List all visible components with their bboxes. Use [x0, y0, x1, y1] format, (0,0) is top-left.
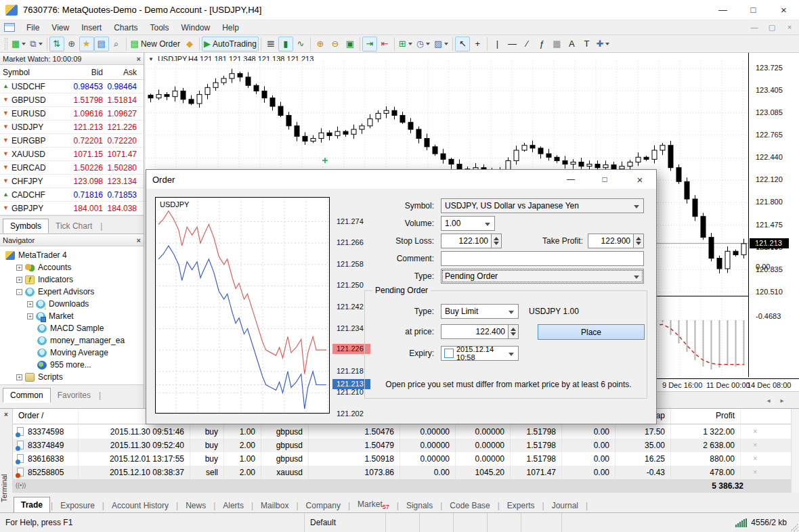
maximize-button[interactable]: □	[738, 0, 769, 20]
terminal-tab-company[interactable]: Company	[299, 498, 347, 513]
auto-scroll-button[interactable]: ⇥	[362, 37, 377, 51]
chart-shift-button[interactable]: ⇤	[377, 37, 392, 51]
minimize-button[interactable]: —	[708, 0, 738, 20]
dialog-minimize-button[interactable]: —	[559, 170, 582, 189]
close-position-icon[interactable]: ×	[753, 454, 757, 462]
scroll-right-icon[interactable]: ▸	[777, 395, 787, 405]
grid-button[interactable]: ▦	[549, 37, 564, 51]
navigator-item-market[interactable]: +Market	[0, 310, 144, 322]
chart-profiles-button[interactable]: ⧉	[28, 37, 44, 51]
templates-button[interactable]: ▨	[432, 37, 450, 51]
autotrading-button[interactable]: ▶AutoTrading	[202, 37, 259, 51]
toolbar-grip[interactable]	[5, 38, 7, 50]
tile-windows-button[interactable]: ▣	[343, 37, 358, 51]
navigator-item-money-manager-ea[interactable]: money_manager_ea	[0, 334, 144, 347]
stop-loss-spinner[interactable]	[492, 234, 502, 248]
market-watch-row[interactable]: ▲CADCHF0.718160.71853	[0, 188, 144, 202]
terminal-tab-code-base[interactable]: Code Base	[443, 498, 496, 513]
market-watch-row[interactable]: ▼GBPJPY184.001184.038	[0, 202, 144, 215]
navigator-item-955-more-[interactable]: 955 more...	[0, 359, 144, 371]
menu-window[interactable]: Window	[175, 22, 217, 34]
table-row[interactable]: 852588052015.12.10 08:38:37sell2.00xauus…	[13, 466, 792, 479]
terminal-tab-signals[interactable]: Signals	[400, 498, 439, 513]
market-watch-close-icon[interactable]: ×	[137, 55, 141, 63]
terminal-tab-trade[interactable]: Trade	[14, 497, 50, 513]
scroll-left-icon[interactable]: ◂	[763, 395, 774, 405]
strategy-tester-toggle[interactable]: ⌕	[109, 37, 124, 51]
pending-type-combobox[interactable]: Buy Limit	[441, 304, 519, 319]
tree-expand-icon[interactable]: +	[27, 313, 33, 319]
resize-grip[interactable]	[790, 523, 798, 531]
vline-button[interactable]: |	[490, 37, 504, 51]
market-watch-toggle[interactable]: ⇅	[49, 37, 64, 51]
table-row[interactable]: 833745982015.11.30 09:51:46buy1.00gbpusd…	[13, 425, 792, 439]
market-watch-row[interactable]: ▼XAUUSD1071.151071.47	[0, 148, 144, 161]
text-button[interactable]: A	[564, 37, 579, 51]
comment-input[interactable]	[441, 251, 644, 266]
fibonacci-button[interactable]: ƒ	[534, 37, 549, 51]
navigator-toggle[interactable]: ★	[79, 37, 94, 51]
tree-expand-icon[interactable]: +	[16, 265, 22, 271]
take-profit-input[interactable]: 122.900	[588, 234, 634, 248]
close-button[interactable]: ×	[769, 0, 799, 20]
terminal-scrollbar[interactable]	[791, 409, 799, 493]
dialog-maximize-button[interactable]: □	[593, 170, 616, 189]
mdi-restore-button[interactable]: ▢	[765, 22, 779, 32]
mdi-minimize-button[interactable]: —	[748, 22, 761, 32]
trendline-button[interactable]: ∕	[519, 37, 534, 51]
column-ask[interactable]: Ask	[103, 68, 139, 77]
column-header-close[interactable]	[741, 409, 792, 424]
crosshair-button[interactable]: +	[470, 37, 485, 51]
menu-charts[interactable]: Charts	[108, 22, 144, 34]
market-watch-row[interactable]: ▼EURCAD1.502261.50280	[0, 161, 144, 175]
new-chart-button[interactable]: ▦	[9, 37, 28, 51]
navigator-item-expert-advisors[interactable]: -Expert Advisors	[0, 286, 144, 298]
at-price-spinner[interactable]	[509, 324, 519, 339]
navigator-item-accounts[interactable]: +Accounts	[0, 261, 144, 273]
tree-expand-icon[interactable]: +	[16, 374, 22, 380]
market-watch-row[interactable]: ▼CHFJPY123.098123.134	[0, 175, 144, 188]
mdi-close-button[interactable]: ×	[783, 22, 796, 32]
navigator-item-macd-sample[interactable]: MACD Sample	[0, 322, 144, 334]
table-row[interactable]: 836168382015.12.01 13:17:55buy1.00gbpusd…	[13, 452, 792, 466]
column-symbol[interactable]: Symbol	[0, 68, 62, 77]
expiry-checkbox[interactable]	[444, 349, 454, 358]
column-bid[interactable]: Bid	[62, 68, 103, 77]
navigator-item-downloads[interactable]: +Downloads	[0, 298, 144, 310]
indicators-button[interactable]: ⊞	[397, 37, 414, 51]
market-watch-row[interactable]: ▼EURUSD1.096161.09627	[0, 107, 144, 120]
place-button[interactable]: Place	[538, 324, 645, 340]
expiry-combobox[interactable]: 2015.12.14 10:58	[441, 346, 519, 361]
arrows-button[interactable]: ✚	[594, 37, 611, 51]
metaeditor-button[interactable]: ◆	[182, 37, 197, 51]
menu-insert[interactable]: Insert	[75, 22, 108, 34]
tab-favorites[interactable]: Favorites	[51, 389, 98, 402]
tab-symbols[interactable]: Symbols	[3, 219, 49, 234]
market-watch-row[interactable]: ▼USDJPY121.213121.226	[0, 120, 144, 134]
navigator-item-metatrader-4[interactable]: MetaTrader 4	[0, 249, 144, 261]
column-header-profit[interactable]: Profit	[671, 409, 741, 424]
close-position-icon[interactable]: ×	[753, 441, 757, 449]
navigator-item-indicators[interactable]: +fIndicators	[0, 273, 144, 286]
terminal-tab-account-history[interactable]: Account History	[105, 498, 175, 513]
tab-tick-chart[interactable]: Tick Chart	[49, 219, 99, 233]
menu-file[interactable]: File	[20, 22, 45, 34]
periods-button[interactable]: ◷	[414, 37, 432, 51]
line-chart-button[interactable]: ∿	[293, 37, 308, 51]
navigator-item-scripts[interactable]: +Scripts	[0, 371, 144, 383]
tab-common[interactable]: Common	[3, 388, 51, 403]
stop-loss-input[interactable]: 122.100	[441, 234, 492, 248]
menu-help[interactable]: Help	[216, 22, 245, 34]
at-price-input[interactable]: 122.400	[441, 324, 509, 339]
terminal-toggle[interactable]: ▤	[94, 37, 109, 51]
order-type-combobox[interactable]: Pending Order	[441, 269, 644, 284]
candlestick-button[interactable]: ▮	[278, 37, 293, 51]
tree-expand-icon[interactable]: +	[27, 301, 33, 307]
take-profit-spinner[interactable]	[634, 234, 644, 248]
zoom-in-button[interactable]: ⊕	[313, 37, 328, 51]
terminal-tab-exposure[interactable]: Exposure	[53, 498, 102, 513]
market-watch-row[interactable]: ▼EURGBP0.722010.72220	[0, 134, 144, 148]
close-position-icon[interactable]: ×	[753, 468, 757, 476]
zoom-out-button[interactable]: ⊖	[328, 37, 343, 51]
column-header-order[interactable]: Order /	[13, 409, 79, 424]
